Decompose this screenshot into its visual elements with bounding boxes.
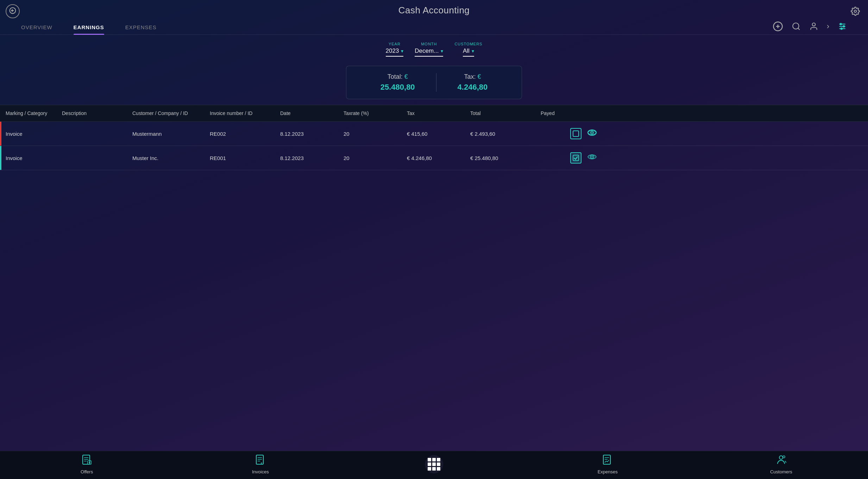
sliders-icon xyxy=(838,22,847,31)
col-tax: Tax xyxy=(407,110,470,116)
year-filter-label: YEAR xyxy=(389,42,401,46)
table-row: Invoice Muster Inc. RE001 8.12.2023 20 €… xyxy=(0,146,868,170)
row1-marking: Invoice xyxy=(6,131,62,137)
svg-point-38 xyxy=(783,456,785,458)
expenses-label: Expenses xyxy=(598,469,618,474)
customers-icon xyxy=(775,454,787,468)
row2-invoice-id: RE001 xyxy=(210,155,280,161)
year-value: 2023 xyxy=(386,47,399,55)
customers-value: All xyxy=(463,47,470,55)
nav-actions: › xyxy=(773,21,847,34)
svg-line-7 xyxy=(798,28,800,30)
svg-text:€: € xyxy=(261,462,263,465)
svg-rect-15 xyxy=(573,131,579,136)
chevron-right-button[interactable]: › xyxy=(827,22,829,31)
customers-filter: CUSTOMERS All ▾ xyxy=(454,42,482,57)
col-marking: Marking / Category xyxy=(6,110,62,116)
month-filter-label: MONTH xyxy=(421,42,437,46)
svg-point-37 xyxy=(779,456,783,459)
row2-view-button[interactable] xyxy=(587,153,597,162)
svg-point-12 xyxy=(840,23,842,25)
nav-customers[interactable]: Customers xyxy=(694,454,868,474)
year-select[interactable]: 2023 ▾ xyxy=(386,47,404,57)
grid-button[interactable] xyxy=(425,455,443,473)
settings-button[interactable] xyxy=(848,4,862,18)
customers-dropdown-arrow: ▾ xyxy=(472,48,474,54)
row2-taxrate: 20 xyxy=(344,155,407,161)
svg-rect-22 xyxy=(83,455,90,464)
filters-row: YEAR 2023 ▾ MONTH Decem... ▾ CUSTOMERS A… xyxy=(0,35,868,60)
total-value: 25.480,80 xyxy=(380,83,415,92)
summary-card: Total: € 25.480,80 Tax: € 4.246,80 xyxy=(346,66,522,99)
row2-total: € 25.480,80 xyxy=(470,155,541,161)
invoices-icon: € xyxy=(255,454,266,468)
table-header: Marking / Category Description Customer … xyxy=(0,105,868,122)
summary-box: Total: € 25.480,80 Tax: € 4.246,80 xyxy=(346,66,522,99)
total-summary: Total: € 25.480,80 xyxy=(380,73,415,92)
eye-icon xyxy=(587,129,597,136)
svg-point-21 xyxy=(591,156,593,158)
col-taxrate: Taxrate (%) xyxy=(344,110,407,116)
svg-point-2 xyxy=(854,10,857,13)
row2-paid-checkbox[interactable] xyxy=(570,152,581,164)
bottom-nav: Offers € Invoices xyxy=(0,451,868,479)
unchecked-icon xyxy=(572,130,579,137)
back-icon xyxy=(9,7,16,16)
row1-total: € 2.493,60 xyxy=(470,131,541,137)
svg-point-13 xyxy=(843,25,844,27)
tax-value: 4.246,80 xyxy=(458,83,488,92)
nav-tabs: OVERVIEW EARNINGS EXPENSES › xyxy=(0,21,868,35)
year-dropdown-arrow: ▾ xyxy=(401,48,403,54)
col-description: Description xyxy=(62,110,132,116)
invoices-label: Invoices xyxy=(252,469,269,474)
nav-offers[interactable]: Offers xyxy=(0,454,174,474)
earnings-table: Marking / Category Description Customer … xyxy=(0,105,868,170)
row1-customer: Mustermann xyxy=(132,131,210,137)
svg-rect-34 xyxy=(603,455,610,464)
back-button[interactable] xyxy=(6,4,20,18)
svg-rect-19 xyxy=(573,155,579,161)
row1-view-button[interactable] xyxy=(587,129,597,138)
user-icon xyxy=(809,22,818,31)
nav-invoices[interactable]: € Invoices xyxy=(174,454,347,474)
row1-invoice-id: RE002 xyxy=(210,131,280,137)
year-filter: YEAR 2023 ▾ xyxy=(386,42,404,57)
gear-icon xyxy=(851,7,860,16)
user-button[interactable] xyxy=(809,22,818,31)
search-button[interactable] xyxy=(792,22,801,31)
row1-taxrate: 20 xyxy=(344,131,407,137)
row2-date: 8.12.2023 xyxy=(280,155,344,161)
row2-actions xyxy=(541,152,597,164)
nav-expenses[interactable]: Expenses xyxy=(521,454,694,474)
eye-icon xyxy=(587,153,597,160)
row2-marking: Invoice xyxy=(6,155,62,161)
summary-divider xyxy=(436,73,436,92)
tab-expenses[interactable]: EXPENSES xyxy=(125,21,157,34)
col-payed: Payed xyxy=(541,110,597,116)
month-dropdown-arrow: ▾ xyxy=(441,48,443,54)
add-button[interactable] xyxy=(773,21,783,32)
col-invoice-id: Invoice number / ID xyxy=(210,110,280,116)
row1-date: 8.12.2023 xyxy=(280,131,344,137)
offers-label: Offers xyxy=(81,469,93,474)
expenses-icon xyxy=(602,454,613,468)
svg-point-14 xyxy=(841,28,842,29)
tab-overview[interactable]: OVERVIEW xyxy=(21,21,52,34)
row2-customer: Muster Inc. xyxy=(132,155,210,161)
nav-home[interactable] xyxy=(347,455,521,473)
col-date: Date xyxy=(280,110,344,116)
row2-tax: € 4.246,80 xyxy=(407,155,470,161)
filter-button[interactable] xyxy=(838,22,847,31)
customers-label: Customers xyxy=(770,469,792,474)
tab-earnings[interactable]: EARNINGS xyxy=(74,21,104,34)
month-select[interactable]: Decem... ▾ xyxy=(415,47,443,57)
month-value: Decem... xyxy=(415,47,439,55)
row1-paid-checkbox[interactable] xyxy=(570,128,581,139)
col-customer: Customer / Company / ID xyxy=(132,110,210,116)
customers-select[interactable]: All ▾ xyxy=(463,47,474,57)
total-label: Total: € xyxy=(388,73,408,81)
tax-label: Tax: € xyxy=(464,73,481,81)
checked-icon xyxy=(572,154,579,161)
tax-summary: Tax: € 4.246,80 xyxy=(458,73,488,92)
header: Cash Accounting xyxy=(0,0,868,21)
